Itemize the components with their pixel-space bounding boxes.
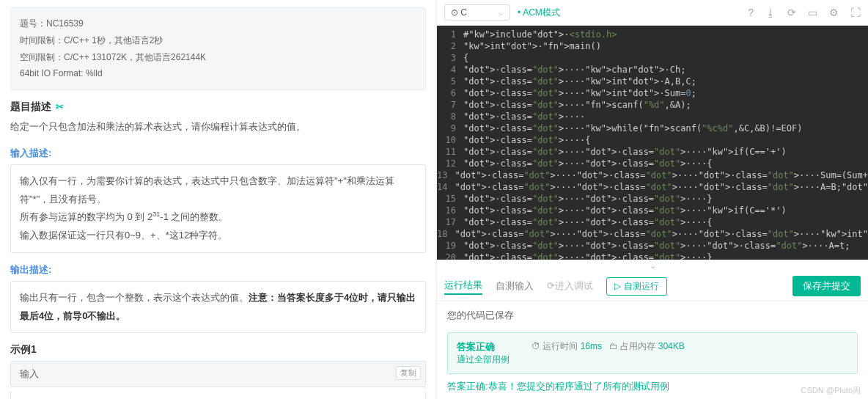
self-run-button[interactable]: ▷ 自测运行 <box>606 277 667 296</box>
problem-id: 题号：NC16539 <box>20 15 416 32</box>
code-editor[interactable]: 1#"kw">include"dot">·<stdio.h>2"kw">int"… <box>437 26 868 260</box>
copy-button[interactable]: 复制 <box>396 366 421 380</box>
example-title: 示例1 <box>10 343 426 356</box>
fullscreen-icon[interactable]: ⛶ <box>850 7 861 18</box>
download-icon[interactable]: ⭳ <box>765 7 776 18</box>
problem-meta: 题号：NC16539 时间限制：C/C++ 1秒，其他语言2秒 空间限制：C/C… <box>10 7 426 90</box>
submit-button[interactable]: 保存并提交 <box>792 276 861 296</box>
input-desc-card: 输入仅有一行，为需要你计算的表达式，表达式中只包含数字、加法运算符"+"和乘法运… <box>10 164 426 253</box>
verdict-sub: 通过全部用例 <box>457 354 510 366</box>
watermark: CSDN @Pluto周 <box>801 385 861 396</box>
editor-toolbar: ⊙ C ACM模式 ? ⭳ ⟳ ▭ ⚙ ⛶ <box>437 0 868 26</box>
example-input-value: 1+1*3+4 <box>10 392 426 399</box>
output-desc-title: 输出描述: <box>10 263 426 277</box>
problem-panel: 题号：NC16539 时间限制：C/C++ 1秒，其他语言2秒 空间限制：C/C… <box>0 0 437 399</box>
input-desc-title: 输入描述: <box>10 147 426 160</box>
question-icon[interactable]: ? <box>748 7 754 18</box>
collapse-handle[interactable]: ⌄ <box>437 260 868 271</box>
language-select[interactable]: ⊙ C <box>444 4 510 21</box>
desc-body: 给定一个只包含加法和乘法的算术表达式，请你编程计算表达式的值。 <box>10 118 426 136</box>
time-limit: 时间限制：C/C++ 1秒，其他语言2秒 <box>20 32 416 49</box>
save-message: 您的代码已保存 <box>437 301 868 329</box>
tab-debug[interactable]: ⟳进入调试 <box>547 278 593 294</box>
tab-selftest[interactable]: 自测输入 <box>496 278 534 294</box>
result-box: 答案正确 通过全部用例 ⏱ 运行时间 16ms 🗀 占用内存 304KB <box>447 332 858 374</box>
desc-title: 题目描述 ✂ <box>10 100 426 114</box>
example-input-header: 输入 复制 <box>10 361 426 387</box>
layout-icon[interactable]: ▭ <box>808 7 817 18</box>
tab-result[interactable]: 运行结果 <box>444 277 482 295</box>
runtime-meta: ⏱ 运行时间 16ms 🗀 占用内存 304KB <box>532 340 685 353</box>
verdict: 答案正确 <box>457 340 510 354</box>
output-desc-card: 输出只有一行，包含一个整数，表示这个表达式的值。注意：当答案长度多于4位时，请只… <box>10 281 426 333</box>
refresh-icon[interactable]: ⟳ <box>787 7 796 18</box>
gear-icon[interactable]: ⚙ <box>829 7 839 18</box>
io-format: 64bit IO Format: %lld <box>20 65 416 82</box>
space-limit: 空间限制：C/C++ 131072K，其他语言262144K <box>20 49 416 66</box>
judge-mode[interactable]: ACM模式 <box>518 7 560 19</box>
code-panel: ⊙ C ACM模式 ? ⭳ ⟳ ▭ ⚙ ⛶ 1#"kw">include"dot… <box>437 0 868 399</box>
